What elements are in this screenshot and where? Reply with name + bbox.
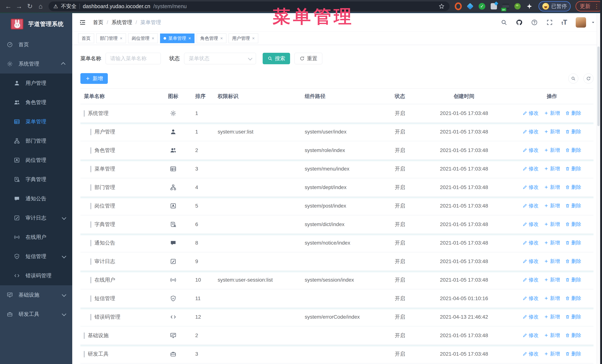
extension-icon[interactable] <box>514 3 521 10</box>
expand-arrow-icon[interactable] <box>91 314 91 320</box>
page-scrollbar[interactable] <box>597 13 600 364</box>
sidebar-item[interactable]: 短信管理 <box>0 247 72 266</box>
search-icon[interactable] <box>501 19 507 26</box>
view-tab[interactable]: 部门管理× <box>96 33 126 43</box>
edit-link[interactable]: 修改 <box>523 184 539 190</box>
expand-arrow-icon[interactable] <box>91 259 91 265</box>
browser-update-button[interactable]: 更新 ⋮ <box>576 1 602 11</box>
sidebar-item[interactable]: 菜单管理 <box>0 112 72 131</box>
view-tab[interactable]: 菜单管理× <box>160 33 194 43</box>
sidebar-item[interactable]: 基础设施 <box>0 285 72 305</box>
forward-button[interactable]: → <box>14 1 24 12</box>
view-tab[interactable]: 角色管理× <box>197 33 226 43</box>
close-icon[interactable]: × <box>252 36 255 41</box>
fullscreen-icon[interactable] <box>546 19 553 26</box>
view-tab[interactable]: 岗位管理× <box>128 33 158 43</box>
add-link[interactable]: 新增 <box>544 295 560 302</box>
sidebar-item[interactable]: 角色管理 <box>0 93 72 112</box>
delete-link[interactable]: 删除 <box>565 239 581 246</box>
edit-link[interactable]: 修改 <box>523 147 539 154</box>
sidebar-item[interactable]: 审计日志 <box>0 208 72 228</box>
scrollbar-thumb[interactable] <box>597 46 600 126</box>
edit-link[interactable]: 修改 <box>523 258 539 265</box>
expand-arrow-icon[interactable] <box>91 240 91 246</box>
expand-arrow-icon[interactable] <box>84 333 85 339</box>
delete-link[interactable]: 删除 <box>565 110 581 116</box>
hamburger-icon[interactable] <box>79 19 86 26</box>
font-size-icon[interactable]: tT <box>561 19 567 26</box>
expand-arrow-icon[interactable] <box>91 203 91 209</box>
bookmark-star-icon[interactable] <box>439 3 445 10</box>
browser-menu-icon[interactable]: ⋮ <box>594 3 599 9</box>
home-button[interactable]: ⌂ <box>35 1 46 12</box>
logo-row[interactable]: 芋道管理系统 <box>0 13 72 35</box>
search-button[interactable]: 搜索 <box>263 53 290 64</box>
sidebar-item[interactable]: 研发工具 <box>0 305 72 324</box>
add-link[interactable]: 新增 <box>544 239 560 246</box>
edit-link[interactable]: 修改 <box>523 239 539 246</box>
delete-link[interactable]: 删除 <box>565 295 581 302</box>
sidebar-item[interactable]: 部门管理 <box>0 131 72 151</box>
status-select[interactable]: 菜单状态 <box>184 53 256 64</box>
add-link[interactable]: 新增 <box>544 110 560 116</box>
delete-link[interactable]: 删除 <box>565 276 581 283</box>
add-link[interactable]: 新增 <box>544 147 560 154</box>
back-button[interactable]: ← <box>3 1 14 12</box>
edit-link[interactable]: 修改 <box>523 202 539 209</box>
github-icon[interactable] <box>516 19 523 26</box>
collapse-arrow-icon[interactable] <box>84 110 85 117</box>
chevron-down-icon[interactable] <box>591 20 595 25</box>
extension-icon[interactable] <box>467 3 474 10</box>
expand-arrow-icon[interactable] <box>91 184 91 191</box>
add-link[interactable]: 新增 <box>544 332 560 339</box>
address-bar[interactable]: ⚠ 不安全 dashboard.yudao.iocoder.cn /system… <box>49 1 450 11</box>
add-link[interactable]: 新增 <box>544 258 560 265</box>
edit-link[interactable]: 修改 <box>523 110 539 116</box>
close-icon[interactable]: × <box>152 36 154 41</box>
expand-arrow-icon[interactable] <box>91 129 91 135</box>
delete-link[interactable]: 删除 <box>565 147 581 154</box>
extension-icon[interactable] <box>455 3 462 10</box>
menu-name-input[interactable] <box>106 53 161 64</box>
add-link[interactable]: 新增 <box>544 165 560 172</box>
delete-link[interactable]: 删除 <box>565 184 581 190</box>
edit-link[interactable]: 修改 <box>523 128 539 135</box>
refresh-table-button[interactable] <box>583 73 593 83</box>
edit-link[interactable]: 修改 <box>523 313 539 320</box>
breadcrumb-home[interactable]: 首页 <box>93 19 103 26</box>
delete-link[interactable]: 删除 <box>565 128 581 135</box>
close-icon[interactable]: × <box>220 36 223 41</box>
expand-arrow-icon[interactable] <box>84 351 85 357</box>
extension-icon[interactable] <box>490 3 497 10</box>
sidebar-item[interactable]: 首页 <box>0 35 72 54</box>
expand-arrow-icon[interactable] <box>91 166 91 172</box>
edit-link[interactable]: 修改 <box>523 295 539 302</box>
sidebar-item[interactable]: 岗位管理 <box>0 151 72 170</box>
add-button[interactable]: 新增 <box>80 73 108 84</box>
edit-link[interactable]: 修改 <box>523 221 539 228</box>
edit-link[interactable]: 修改 <box>523 276 539 283</box>
view-tab[interactable]: 用户管理× <box>229 33 258 43</box>
close-icon[interactable]: × <box>188 36 191 41</box>
add-link[interactable]: 新增 <box>544 184 560 190</box>
expand-arrow-icon[interactable] <box>91 147 91 154</box>
extension-icon[interactable] <box>526 3 533 10</box>
add-link[interactable]: 新增 <box>544 202 560 209</box>
help-icon[interactable] <box>531 19 538 26</box>
add-link[interactable]: 新增 <box>544 351 560 357</box>
add-link[interactable]: 新增 <box>544 313 560 320</box>
edit-link[interactable]: 修改 <box>523 332 539 339</box>
extension-icon[interactable]: ✓ <box>478 3 485 10</box>
sidebar-item[interactable]: 字典管理 <box>0 170 72 189</box>
delete-link[interactable]: 删除 <box>565 258 581 265</box>
sidebar-item[interactable]: 用户管理 <box>0 73 72 93</box>
add-link[interactable]: 新增 <box>544 276 560 283</box>
extension-icon[interactable]: on <box>502 3 509 10</box>
sidebar-item[interactable]: 在线用户 <box>0 228 72 247</box>
show-search-button[interactable] <box>568 73 578 83</box>
sidebar-item[interactable]: 系统管理 <box>0 54 72 73</box>
breadcrumb-system[interactable]: 系统管理 <box>111 19 132 26</box>
reload-button[interactable]: ↻ <box>24 1 35 12</box>
delete-link[interactable]: 删除 <box>565 332 581 339</box>
delete-link[interactable]: 删除 <box>565 202 581 209</box>
